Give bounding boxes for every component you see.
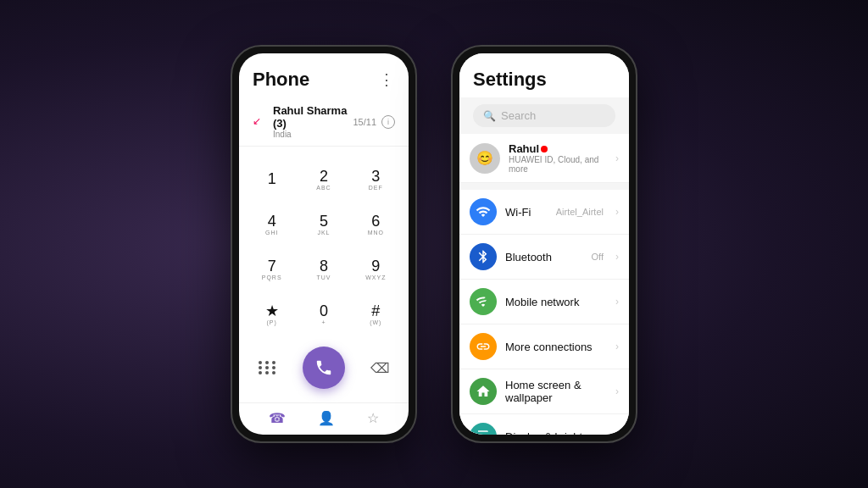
caller-country: India — [273, 130, 353, 139]
phone-bottom-bar: ⌫ — [239, 340, 409, 402]
wifi-value: Airtel_Airtel — [556, 207, 604, 217]
settings-screen: Settings 🔍 Search 😊 Rahul HUAWEI ID, Clo… — [459, 53, 629, 435]
mobile-network-text: Mobile network — [505, 296, 607, 308]
call-info: Rahul Sharma (3) India — [273, 104, 353, 139]
dial-key-6[interactable]: 6 MNO — [350, 202, 402, 247]
phone-icon — [314, 358, 333, 377]
dial-key-9[interactable]: 9 WXYZ — [350, 247, 402, 291]
phone-screen: Phone ⋮ ↙ Rahul Sharma (3) India 15/11 i… — [239, 53, 409, 435]
dialpad: 1 2 ABC 3 DEF 4 GHI 5 JKL — [239, 147, 409, 340]
dial-key-0[interactable]: 0 + — [298, 291, 349, 336]
bluetooth-text: Bluetooth — [505, 251, 583, 263]
settings-more-connections-item[interactable]: More connections › — [459, 324, 629, 369]
dial-key-1[interactable]: 1 — [246, 157, 298, 202]
recent-call-item[interactable]: ↙ Rahul Sharma (3) India 15/11 i — [239, 97, 409, 147]
homescreen-label: Home screen & wallpaper — [505, 379, 607, 404]
settings-device: Settings 🔍 Search 😊 Rahul HUAWEI ID, Clo… — [451, 45, 637, 443]
mobile-network-icon — [470, 288, 497, 315]
grid-button[interactable] — [256, 356, 280, 380]
phones-container: Phone ⋮ ↙ Rahul Sharma (3) India 15/11 i… — [231, 45, 637, 443]
profile-subtitle: HUAWEI ID, Cloud, and more — [509, 155, 607, 174]
more-connections-label: More connections — [505, 341, 607, 353]
display-text: Display & brightness — [505, 430, 607, 435]
settings-list: 😊 Rahul HUAWEI ID, Cloud, and more › — [459, 134, 629, 435]
settings-search-bar[interactable]: 🔍 Search — [473, 104, 615, 127]
dial-key-2[interactable]: 2 ABC — [298, 157, 349, 202]
call-button[interactable] — [303, 347, 345, 389]
phone-header: Phone ⋮ — [239, 53, 409, 97]
favorites-nav-icon[interactable]: ☆ — [367, 410, 379, 426]
phone-navigation: ☎ 👤 ☆ — [239, 402, 409, 435]
settings-display-item[interactable]: Display & brightness › — [459, 414, 629, 435]
caller-name: Rahul Sharma (3) — [273, 104, 353, 130]
bluetooth-label: Bluetooth — [505, 251, 583, 263]
mobile-network-label: Mobile network — [505, 296, 607, 308]
homescreen-symbol — [476, 384, 491, 399]
dial-key-3[interactable]: 3 DEF — [350, 157, 402, 202]
missed-call-icon: ↙ — [253, 115, 266, 129]
chevron-icon: › — [615, 152, 619, 164]
display-symbol — [476, 429, 491, 435]
delete-button[interactable]: ⌫ — [368, 356, 392, 380]
phone-app-title: Phone — [253, 69, 309, 91]
bluetooth-symbol — [476, 249, 491, 264]
display-chevron-icon: › — [615, 430, 619, 435]
contacts-nav-icon[interactable]: 👤 — [318, 410, 335, 426]
dial-key-hash[interactable]: # (W) — [350, 291, 402, 336]
bluetooth-chevron-icon: › — [615, 251, 619, 263]
dial-key-7[interactable]: 7 PQRS — [246, 247, 298, 291]
recents-nav-icon[interactable]: ☎ — [269, 410, 286, 426]
dial-key-8[interactable]: 8 TUV — [298, 247, 349, 291]
wifi-text: Wi-Fi — [505, 206, 548, 219]
wifi-chevron-icon: › — [615, 206, 619, 218]
display-label: Display & brightness — [505, 430, 607, 435]
more-connections-chevron-icon: › — [615, 341, 619, 352]
grid-dots-icon — [259, 361, 277, 374]
profile-name: Rahul — [509, 142, 607, 155]
wifi-symbol — [476, 204, 491, 219]
mobile-network-chevron-icon: › — [615, 296, 619, 308]
settings-wifi-item[interactable]: Wi-Fi Airtel_Airtel › — [459, 190, 629, 235]
settings-homescreen-item[interactable]: Home screen & wallpaper › — [459, 369, 629, 414]
settings-bluetooth-item[interactable]: Bluetooth Off › — [459, 235, 629, 280]
call-count: 15/11 — [353, 117, 376, 127]
settings-mobile-network-item[interactable]: Mobile network › — [459, 280, 629, 324]
dial-key-4[interactable]: 4 GHI — [246, 202, 298, 247]
wifi-label: Wi-Fi — [505, 206, 548, 219]
homescreen-text: Home screen & wallpaper — [505, 379, 607, 404]
mobile-network-symbol — [476, 294, 491, 309]
phone-menu-icon[interactable]: ⋮ — [379, 70, 395, 89]
phone-device: Phone ⋮ ↙ Rahul Sharma (3) India 15/11 i… — [231, 45, 417, 443]
more-connections-text: More connections — [505, 341, 607, 353]
bluetooth-value: Off — [592, 252, 604, 262]
display-icon — [470, 423, 497, 435]
more-connections-icon — [470, 333, 497, 360]
homescreen-icon — [470, 378, 497, 405]
dial-key-5[interactable]: 5 JKL — [298, 202, 349, 247]
bluetooth-icon — [470, 243, 497, 270]
profile-avatar: 😊 — [470, 143, 500, 174]
wifi-icon — [470, 198, 497, 225]
search-placeholder-text: Search — [501, 109, 536, 122]
settings-app-title: Settings — [473, 69, 547, 90]
homescreen-chevron-icon: › — [615, 385, 619, 397]
settings-profile-item[interactable]: 😊 Rahul HUAWEI ID, Cloud, and more › — [459, 134, 629, 183]
call-info-button[interactable]: i — [381, 115, 395, 129]
notification-dot — [541, 146, 548, 152]
dial-key-star[interactable]: ★ (P) — [246, 291, 298, 336]
more-connections-symbol — [476, 339, 491, 354]
search-icon: 🔍 — [483, 110, 496, 122]
profile-text: Rahul HUAWEI ID, Cloud, and more — [509, 142, 607, 174]
settings-header: Settings — [459, 53, 629, 97]
